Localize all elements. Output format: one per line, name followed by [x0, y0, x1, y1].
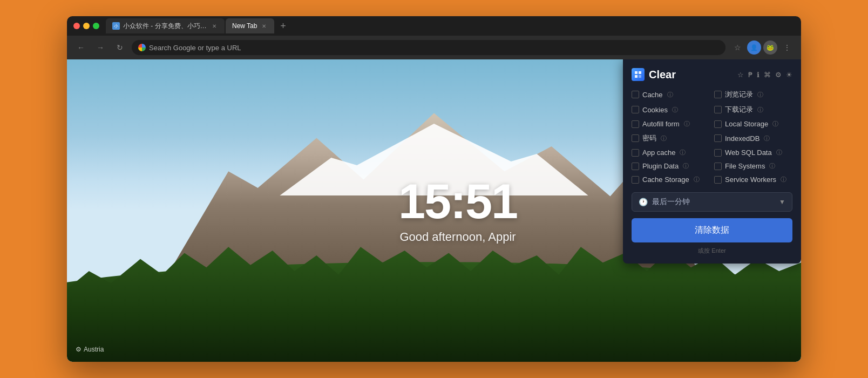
time-period-value: 最后一分钟 — [652, 197, 690, 207]
extension-button[interactable]: 🐸 — [763, 40, 777, 55]
info-icon-cache[interactable]: ⓘ — [667, 91, 673, 99]
checkbox-box-autofill[interactable] — [632, 120, 639, 128]
nav-bar: ← → ↻ Search Google or type a URL ☆ 👤 🐸 … — [67, 36, 801, 59]
svg-rect-2 — [635, 75, 638, 78]
checkbox-box-web-sql[interactable] — [714, 149, 722, 157]
tab-new-tab[interactable]: New Tab ✕ — [226, 18, 274, 33]
info-icon-file-systems[interactable]: ⓘ — [769, 162, 775, 170]
clear-data-button[interactable]: 清除数据 — [632, 218, 792, 242]
clear-popup: Clear ☆ ₱ ℹ ⌘ ⚙ ☀ Cache ⓘ — [623, 59, 801, 264]
tab-close-1[interactable]: ✕ — [211, 22, 218, 30]
theme-icon[interactable]: ☀ — [786, 71, 792, 79]
location-badge: ⚙ Austria — [76, 346, 104, 353]
checkbox-box-browse-history[interactable] — [714, 91, 722, 98]
checkbox-box-file-systems[interactable] — [714, 163, 722, 170]
new-tab-button[interactable]: + — [275, 18, 290, 33]
popup-header-icons: ☆ ₱ ℹ ⌘ ⚙ ☀ — [737, 71, 792, 79]
info-icon-web-sql[interactable]: ⓘ — [776, 148, 782, 157]
nav-actions: ☆ 👤 🐸 ⋮ — [730, 40, 795, 55]
info-icon-indexeddb[interactable]: ⓘ — [764, 134, 770, 143]
enter-hint: 或按 Enter — [632, 247, 792, 255]
tab-close-2[interactable]: ✕ — [260, 22, 268, 30]
checkbox-box-download-history[interactable] — [714, 106, 722, 113]
info-icon-browse-history[interactable]: ⓘ — [757, 91, 763, 99]
info-icon-autofill[interactable]: ⓘ — [684, 120, 690, 128]
info-icon-cookies[interactable]: ⓘ — [672, 106, 678, 114]
checkbox-box-password[interactable] — [632, 134, 639, 142]
checkbox-label-app-cache: App cache — [642, 148, 675, 157]
tabs-area: 小 小众软件 - 分享免费、小巧、实 ✕ New Tab ✕ + — [106, 18, 795, 33]
checkbox-autofill[interactable]: Autofill form ⓘ — [632, 120, 710, 128]
checkbox-box-cache-storage[interactable] — [632, 176, 639, 184]
checkbox-label-local-storage: Local Storage — [725, 120, 768, 128]
checkbox-web-sql[interactable]: Web SQL Data ⓘ — [714, 148, 792, 157]
checkbox-box-plugin-data[interactable] — [632, 163, 639, 170]
checkbox-password[interactable]: 密码 ⓘ — [632, 133, 710, 143]
info-header-icon[interactable]: ℹ — [757, 71, 760, 79]
pin-icon[interactable]: ₱ — [748, 71, 752, 79]
bookmark-button[interactable]: ☆ — [730, 40, 745, 55]
reload-button[interactable]: ↻ — [112, 40, 127, 55]
browser-window: 小 小众软件 - 分享免费、小巧、实 ✕ New Tab ✕ + ← → ↻ S… — [67, 16, 801, 362]
checkbox-plugin-data[interactable]: Plugin Data ⓘ — [632, 162, 710, 170]
google-icon — [138, 44, 146, 51]
clock-greeting: Good afternoon, Appir — [398, 230, 517, 244]
keyboard-icon[interactable]: ⌘ — [764, 71, 771, 79]
close-button[interactable] — [73, 23, 80, 29]
menu-button[interactable]: ⋮ — [779, 40, 795, 55]
popup-logo — [632, 68, 645, 81]
checkbox-app-cache[interactable]: App cache ⓘ — [632, 148, 710, 157]
checkbox-label-indexeddb: IndexedDB — [725, 134, 760, 143]
checkbox-box-local-storage[interactable] — [714, 120, 722, 128]
traffic-lights — [73, 23, 99, 29]
checkbox-indexeddb[interactable]: IndexedDB ⓘ — [714, 133, 792, 143]
title-bar: 小 小众软件 - 分享免费、小巧、实 ✕ New Tab ✕ + — [67, 16, 801, 36]
checkbox-box-app-cache[interactable] — [632, 149, 639, 157]
tab-xiazhong[interactable]: 小 小众软件 - 分享免费、小巧、实 ✕ — [106, 18, 225, 33]
checkbox-cache-storage[interactable]: Cache Storage ⓘ — [632, 176, 710, 184]
back-button[interactable]: ← — [73, 40, 89, 55]
dropdown-arrow-icon: ▼ — [779, 198, 785, 206]
checkboxes-grid: Cache ⓘ 浏览记录 ⓘ Cookies ⓘ 下载记录 ⓘ — [632, 90, 792, 184]
clock-container: 15:51 Good afternoon, Appir — [398, 177, 517, 244]
info-icon-service-workers[interactable]: ⓘ — [781, 176, 786, 184]
checkbox-label-cookies: Cookies — [642, 106, 668, 114]
checkbox-local-storage[interactable]: Local Storage ⓘ — [714, 120, 792, 128]
checkbox-box-cookies[interactable] — [632, 106, 639, 113]
minimize-button[interactable] — [83, 23, 90, 29]
info-icon-app-cache[interactable]: ⓘ — [680, 148, 686, 157]
clock-icon: 🕐 — [639, 198, 648, 206]
popup-title: Clear — [649, 69, 733, 81]
popup-header: Clear ☆ ₱ ℹ ⌘ ⚙ ☀ — [632, 68, 792, 81]
checkbox-box-cache[interactable] — [632, 91, 639, 98]
profile-button[interactable]: 👤 — [747, 40, 761, 55]
info-icon-local-storage[interactable]: ⓘ — [772, 120, 778, 128]
checkbox-label-download-history: 下载记录 — [725, 105, 753, 114]
svg-rect-1 — [639, 71, 641, 74]
checkbox-download-history[interactable]: 下载记录 ⓘ — [714, 105, 792, 114]
info-icon-cache-storage[interactable]: ⓘ — [694, 176, 700, 184]
checkbox-box-indexeddb[interactable] — [714, 134, 722, 142]
location-text: Austria — [84, 346, 104, 353]
checkbox-label-password: 密码 — [642, 133, 656, 143]
settings-header-icon[interactable]: ⚙ — [775, 71, 782, 79]
bookmark-icon[interactable]: ☆ — [737, 71, 744, 79]
checkbox-file-systems[interactable]: File Systems ⓘ — [714, 162, 792, 170]
forward-button[interactable]: → — [93, 40, 108, 55]
address-bar[interactable]: Search Google or type a URL — [132, 40, 725, 55]
checkbox-label-plugin-data: Plugin Data — [642, 162, 679, 170]
checkbox-cookies[interactable]: Cookies ⓘ — [632, 105, 710, 114]
info-icon-download-history[interactable]: ⓘ — [757, 106, 763, 114]
info-icon-plugin-data[interactable]: ⓘ — [683, 162, 689, 170]
tab-title-2: New Tab — [232, 22, 257, 30]
checkbox-cache[interactable]: Cache ⓘ — [632, 90, 710, 99]
checkbox-browse-history[interactable]: 浏览记录 ⓘ — [714, 90, 792, 99]
checkbox-label-service-workers: Service Workers — [725, 176, 776, 184]
maximize-button[interactable] — [93, 23, 99, 29]
checkbox-box-service-workers[interactable] — [714, 176, 722, 184]
checkbox-label-web-sql: Web SQL Data — [725, 148, 772, 157]
checkbox-service-workers[interactable]: Service Workers ⓘ — [714, 176, 792, 184]
checkbox-label-file-systems: File Systems — [725, 162, 765, 170]
time-period-dropdown[interactable]: 🕐 最后一分钟 ▼ — [632, 192, 792, 212]
info-icon-password[interactable]: ⓘ — [661, 134, 667, 143]
